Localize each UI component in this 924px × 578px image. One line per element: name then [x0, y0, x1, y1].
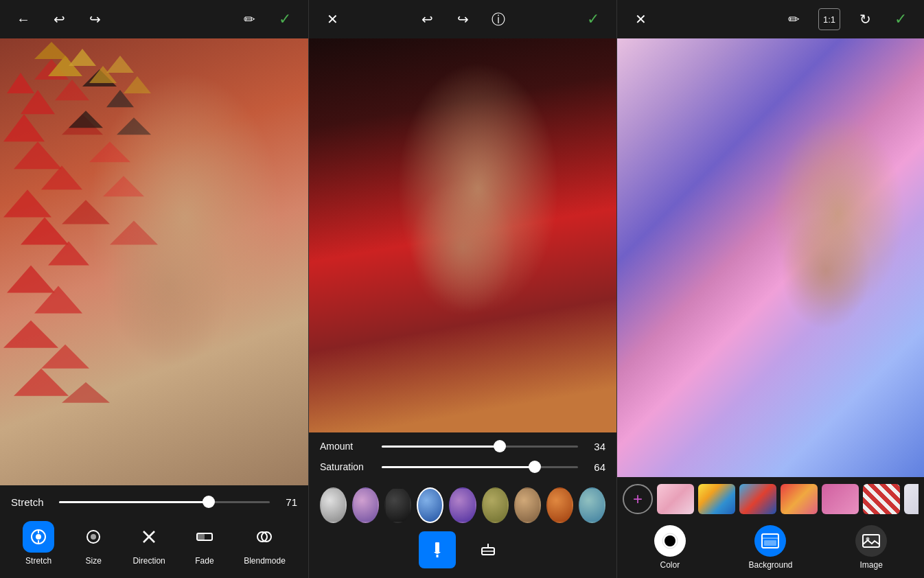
- saturation-thumb[interactable]: [529, 461, 541, 473]
- confirm-button-2[interactable]: ✓: [582, 8, 604, 30]
- mode-image[interactable]: Image: [855, 525, 887, 570]
- bottom-controls-2: Amount 34 Saturation 64: [309, 432, 616, 578]
- brush-tools: [320, 531, 605, 578]
- topbar-center-2: ↩ ↪ ⓘ: [416, 8, 509, 30]
- confirm-button-3[interactable]: ✓: [890, 8, 912, 30]
- blendmode-label-tool: Blendmode: [244, 556, 286, 566]
- stretch-track: [59, 501, 270, 503]
- saturation-slider[interactable]: [382, 460, 578, 474]
- topbar-1: ← ↩ ↪ ✏ ✓: [0, 0, 308, 38]
- panel-3: ✕ ✏ 1:1 ↻ ✓ +: [616, 0, 924, 578]
- close-button-3[interactable]: ✕: [630, 8, 651, 30]
- bottom-controls-3: + Color: [617, 477, 924, 578]
- saturation-fill: [382, 466, 535, 468]
- direction-label-tool: Direction: [132, 556, 165, 566]
- size-label-tool: Size: [86, 556, 102, 566]
- fade-icon: [196, 528, 213, 546]
- stretch-slider[interactable]: [59, 495, 270, 509]
- fade-icon-wrap: [189, 521, 220, 553]
- amount-track: [382, 446, 578, 448]
- direction-icon-wrap: [133, 521, 165, 553]
- svg-rect-40: [197, 533, 205, 540]
- svg-rect-53: [863, 535, 879, 547]
- bg-thumb-3[interactable]: [781, 484, 818, 514]
- svg-point-32: [36, 534, 41, 540]
- size-icon-wrap: [78, 521, 109, 553]
- panel-2: ✕ ↩ ↪ ⓘ ✓ Amount 34 Saturat: [308, 0, 616, 578]
- size-icon: [84, 528, 102, 546]
- close-button-2[interactable]: ✕: [321, 8, 343, 30]
- swatch-silver[interactable]: [320, 487, 347, 523]
- tool-blendmode[interactable]: Blendmode: [244, 521, 286, 566]
- amount-value: 34: [585, 441, 605, 452]
- swatch-orange[interactable]: [546, 487, 573, 523]
- color-swatches: [320, 481, 605, 531]
- topbar-right-1: ✏ ✓: [238, 8, 296, 30]
- topbar-left-1: ← ↩ ↪: [12, 8, 106, 30]
- bg-thumb-2[interactable]: [739, 484, 776, 514]
- tool-bar-1: Stretch Size: [11, 517, 297, 571]
- svg-point-36: [91, 534, 96, 540]
- mode-background[interactable]: Background: [748, 525, 792, 570]
- topbar-left-3: ✕: [630, 8, 651, 30]
- swatch-teal[interactable]: [579, 487, 605, 523]
- canvas-3[interactable]: [617, 38, 924, 477]
- color-mode-icon: [660, 531, 680, 551]
- swatch-dark[interactable]: [384, 487, 411, 523]
- eraser-button-1[interactable]: ✏: [238, 8, 260, 30]
- paint-brush-button[interactable]: [419, 531, 456, 568]
- info-button-2[interactable]: ⓘ: [487, 8, 509, 30]
- saturation-track: [382, 466, 578, 468]
- mode-color[interactable]: Color: [654, 525, 686, 570]
- amount-control: Amount 34: [320, 439, 605, 453]
- image-mode-label: Image: [859, 560, 882, 570]
- swatch-olive[interactable]: [482, 487, 509, 523]
- fade-label-tool: Fade: [195, 556, 213, 566]
- svg-rect-52: [764, 540, 776, 546]
- bg-thumb-6[interactable]: [904, 484, 919, 514]
- amount-fill: [382, 446, 500, 448]
- blendmode-icon: [255, 528, 273, 546]
- back-button[interactable]: ←: [12, 8, 34, 30]
- canvas-2[interactable]: [309, 38, 616, 432]
- stretch-icon: [30, 528, 47, 546]
- image-mode-icon: [862, 531, 881, 551]
- eraser-brush-button[interactable]: [470, 531, 507, 568]
- swatch-violet[interactable]: [449, 487, 476, 523]
- confirm-button-1[interactable]: ✓: [274, 8, 296, 30]
- tool-stretch[interactable]: Stretch: [23, 521, 54, 566]
- swatch-blue[interactable]: [417, 487, 443, 523]
- bg-mode-icon: [761, 531, 780, 551]
- ratio-button-3[interactable]: 1:1: [818, 8, 840, 30]
- refresh-button-3[interactable]: ↻: [854, 8, 876, 30]
- swatch-tan[interactable]: [514, 487, 541, 523]
- color-mode-wrap: [654, 525, 686, 557]
- amount-slider[interactable]: [382, 439, 578, 453]
- redo-button-1[interactable]: ↪: [84, 8, 106, 30]
- eraser-button-3[interactable]: ✏: [783, 8, 805, 30]
- panel-1: ← ↩ ↪ ✏ ✓: [0, 0, 308, 578]
- redo-button-2[interactable]: ↪: [452, 8, 474, 30]
- image-mode-wrap: [855, 525, 887, 557]
- swatch-purple[interactable]: [352, 487, 379, 523]
- stretch-thumb[interactable]: [203, 496, 215, 508]
- amount-thumb[interactable]: [494, 440, 506, 452]
- svg-rect-43: [435, 542, 439, 552]
- bg-thumb-1[interactable]: [698, 484, 735, 514]
- bg-thumb-4[interactable]: [822, 484, 859, 514]
- tool-direction[interactable]: Direction: [132, 521, 165, 566]
- saturation-value: 64: [585, 461, 605, 473]
- add-background-button[interactable]: +: [623, 484, 653, 514]
- tool-size[interactable]: Size: [78, 521, 109, 566]
- tool-fade[interactable]: Fade: [189, 521, 220, 566]
- undo-button-1[interactable]: ↩: [48, 8, 70, 30]
- stretch-fill: [59, 501, 209, 503]
- bg-thumbnails: +: [623, 484, 919, 521]
- bg-thumb-5[interactable]: [863, 484, 900, 514]
- direction-icon: [140, 528, 158, 546]
- bg-thumb-0[interactable]: [657, 484, 694, 514]
- undo-button-2[interactable]: ↩: [416, 8, 438, 30]
- stretch-value: 71: [277, 496, 297, 508]
- canvas-1[interactable]: [0, 38, 308, 485]
- blendmode-icon-wrap: [249, 521, 280, 553]
